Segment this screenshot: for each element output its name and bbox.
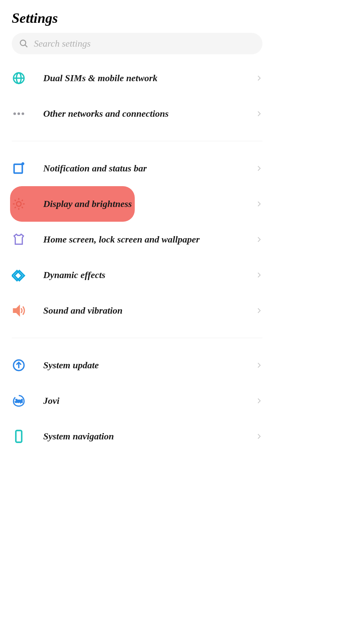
notification-icon <box>12 161 26 175</box>
search-bar[interactable]: Search settings <box>12 33 262 54</box>
svg-point-0 <box>20 40 26 46</box>
divider <box>12 141 262 141</box>
chevron-right-icon <box>256 75 262 82</box>
chevron-right-icon <box>256 397 262 404</box>
item-label: Display and brightness <box>43 199 256 209</box>
search-container: Search settings <box>0 33 274 60</box>
divider <box>12 338 262 338</box>
header: Settings <box>0 0 274 33</box>
item-label: Jovi <box>43 395 256 406</box>
item-label: Dual SIMs & mobile network <box>43 73 256 84</box>
item-other-networks[interactable]: Other networks and connections <box>0 96 274 131</box>
globe-icon <box>12 71 26 85</box>
svg-rect-8 <box>14 164 22 173</box>
search-icon <box>19 39 28 48</box>
speaker-icon <box>12 304 26 318</box>
page-title: Settings <box>12 10 262 26</box>
item-dynamic-effects[interactable]: Dynamic effects <box>0 257 274 293</box>
item-display-brightness[interactable]: Display and brightness <box>0 186 274 222</box>
svg-point-10 <box>16 202 21 206</box>
item-label: Home screen, lock screen and wallpaper <box>43 234 256 245</box>
jovi-icon: Jovi <box>12 394 26 408</box>
item-system-navigation[interactable]: System navigation <box>0 419 274 454</box>
item-notification[interactable]: Notification and status bar <box>0 151 274 186</box>
item-label: Notification and status bar <box>43 163 256 174</box>
search-placeholder: Search settings <box>34 38 90 49</box>
svg-line-1 <box>25 45 27 47</box>
chevron-right-icon <box>256 110 262 117</box>
svg-rect-24 <box>16 431 22 442</box>
item-jovi[interactable]: Jovi Jovi <box>0 383 274 419</box>
item-system-update[interactable]: System update <box>0 347 274 383</box>
svg-text:Jovi: Jovi <box>15 399 22 404</box>
item-label: Sound and vibration <box>43 305 256 316</box>
phone-icon <box>12 429 26 443</box>
diamond-icon <box>12 268 26 282</box>
svg-point-5 <box>13 112 16 115</box>
svg-point-6 <box>17 112 20 115</box>
svg-line-18 <box>22 200 23 201</box>
item-home-screen[interactable]: Home screen, lock screen and wallpaper <box>0 222 274 257</box>
tshirt-icon <box>12 232 26 247</box>
item-dual-sims[interactable]: Dual SIMs & mobile network <box>0 60 274 96</box>
chevron-right-icon <box>256 362 262 369</box>
chevron-right-icon <box>256 433 262 440</box>
chevron-right-icon <box>256 272 262 278</box>
svg-point-7 <box>21 112 24 115</box>
svg-point-9 <box>21 162 24 165</box>
chevron-right-icon <box>256 165 262 172</box>
item-sound[interactable]: Sound and vibration <box>0 293 274 328</box>
item-label: Dynamic effects <box>43 270 256 280</box>
dots-icon <box>12 107 26 121</box>
svg-line-16 <box>22 207 23 208</box>
svg-line-17 <box>15 207 16 208</box>
item-label: System update <box>43 360 256 371</box>
item-label: Other networks and connections <box>43 108 256 119</box>
chevron-right-icon <box>256 307 262 314</box>
brightness-icon <box>12 197 26 211</box>
item-label: System navigation <box>43 431 256 442</box>
chevron-right-icon <box>256 201 262 207</box>
chevron-right-icon <box>256 236 262 243</box>
svg-line-15 <box>15 200 16 201</box>
update-icon <box>12 358 26 372</box>
